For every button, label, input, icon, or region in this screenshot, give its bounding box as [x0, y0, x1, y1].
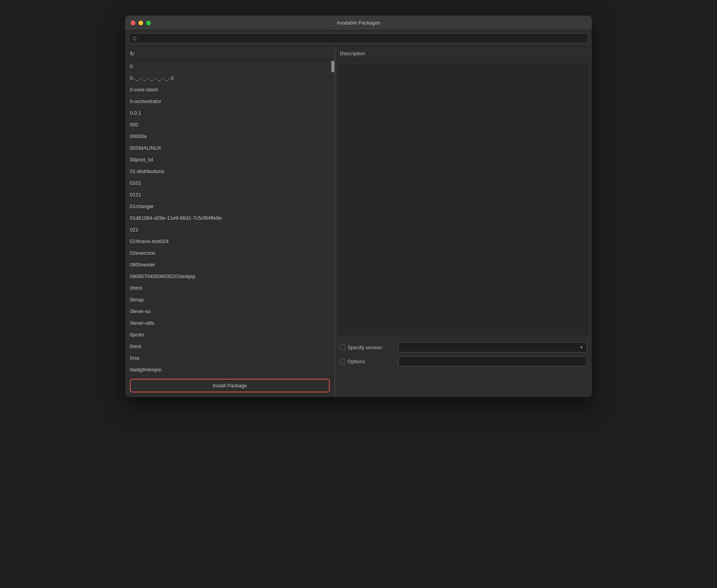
list-item[interactable]: 000	[125, 119, 334, 131]
specify-version-row: Specify version ▼	[340, 342, 587, 352]
right-panel: Description Specify version ▼	[335, 47, 592, 376]
list-item[interactable]: 021	[125, 224, 334, 236]
list-header: ↻	[125, 47, 334, 61]
main-window: Available Packages Q· ↻ 00-._.-._.-._.-.…	[125, 16, 592, 397]
version-dropdown-arrow-icon: ▼	[579, 345, 584, 350]
list-item[interactable]: 0rest	[125, 341, 334, 352]
list-item[interactable]: 01changer	[125, 201, 334, 212]
bottom-area: Install Package	[125, 376, 592, 397]
list-item[interactable]: 0.0.1	[125, 107, 334, 119]
scrollbar[interactable]	[331, 61, 334, 72]
list-item[interactable]: 01d61084-d29e-11e9-96d1-7c5cf84ffe8e	[125, 212, 334, 224]
install-button-area: Install Package	[125, 376, 335, 397]
specify-version-checkbox[interactable]	[340, 345, 345, 350]
minimize-button[interactable]	[138, 21, 143, 25]
options-row: Options	[340, 356, 587, 366]
package-list[interactable]: 00-._.-._.-._.-._.-._.-00-core-client0-o…	[125, 61, 334, 376]
specify-version-label: Specify version	[348, 345, 382, 350]
refresh-icon[interactable]: ↻	[130, 51, 135, 57]
title-bar: Available Packages	[125, 16, 592, 30]
left-panel: ↻ 00-._.-._.-._.-._.-._.-00-core-client0…	[125, 47, 335, 376]
list-item[interactable]: 0wdg9nbmpm	[125, 364, 334, 376]
list-item[interactable]: 0lever-so	[125, 306, 334, 317]
specify-version-checkbox-wrapper: Specify version	[340, 345, 398, 350]
list-item[interactable]: 02exercicio	[125, 247, 334, 259]
options-checkbox[interactable]	[340, 359, 345, 364]
list-item[interactable]: 0121	[125, 189, 334, 201]
list-item[interactable]: 0-core-client	[125, 84, 334, 96]
version-options-area: Specify version ▼ Options	[335, 338, 592, 376]
list-item[interactable]: 00print_lol	[125, 154, 334, 166]
list-item[interactable]: 0	[125, 61, 334, 72]
version-dropdown[interactable]: ▼	[398, 342, 587, 352]
traffic-lights	[131, 21, 151, 25]
list-item[interactable]: 01-distributions	[125, 166, 334, 177]
install-package-button[interactable]: Install Package	[130, 379, 330, 392]
options-label: Options	[348, 359, 365, 364]
list-item[interactable]: 090807040506030201testpip	[125, 271, 334, 282]
search-icon: Q·	[133, 36, 138, 41]
options-input[interactable]	[398, 356, 587, 366]
window-title: Available Packages	[336, 20, 380, 26]
list-item[interactable]: 0proto	[125, 329, 334, 341]
search-bar: Q·	[125, 30, 592, 47]
list-item[interactable]: 0imap	[125, 294, 334, 306]
right-bottom-spacer	[335, 376, 592, 397]
list-item[interactable]: 0-._.-._.-._.-._.-._.-0	[125, 72, 334, 84]
list-item[interactable]: 0lever-utils	[125, 317, 334, 329]
list-item[interactable]: 00SMALINUX	[125, 142, 334, 154]
list-item[interactable]: 024travis-test024	[125, 236, 334, 247]
maximize-button[interactable]	[146, 21, 151, 25]
options-checkbox-wrapper: Options	[340, 359, 398, 364]
search-input[interactable]	[139, 35, 584, 41]
description-label: Description	[340, 51, 365, 56]
list-item[interactable]: 0html	[125, 282, 334, 294]
list-item[interactable]: 0-orchestrator	[125, 96, 334, 107]
list-item[interactable]: 0101	[125, 177, 334, 189]
search-wrapper[interactable]: Q·	[129, 33, 588, 43]
list-item[interactable]: 00000a	[125, 131, 334, 142]
list-item[interactable]: 0805nexter	[125, 259, 334, 271]
description-body	[338, 64, 589, 335]
close-button[interactable]	[131, 21, 135, 25]
description-header: Description	[335, 47, 592, 61]
list-item[interactable]: 0rss	[125, 352, 334, 364]
main-content: ↻ 00-._.-._.-._.-._.-._.-00-core-client0…	[125, 47, 592, 376]
